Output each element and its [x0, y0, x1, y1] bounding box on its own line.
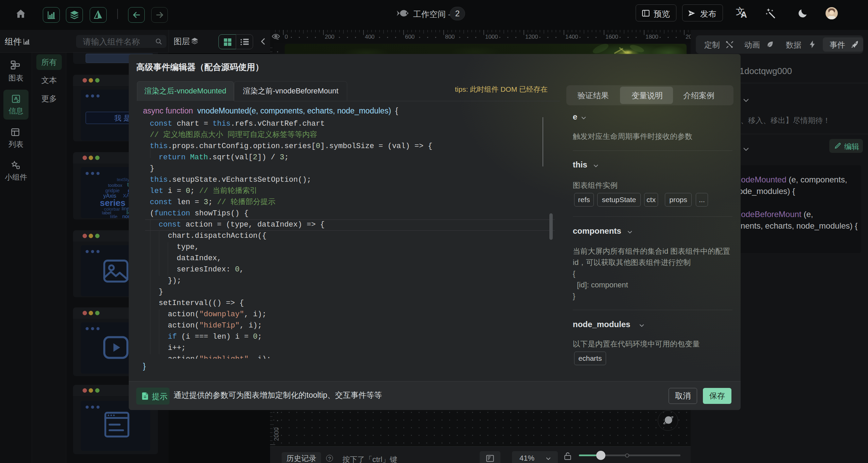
- svg-text:1400: 1400: [565, 34, 578, 40]
- svg-text:600: 600: [405, 34, 414, 40]
- svg-text:800: 800: [445, 34, 455, 40]
- svg-text:200: 200: [325, 34, 334, 40]
- svg-text:1200: 1200: [525, 34, 538, 40]
- svg-text:1600: 1600: [605, 34, 618, 40]
- svg-text:400: 400: [365, 34, 374, 40]
- svg-text:1800: 1800: [645, 34, 658, 40]
- svg-text:2000: 2000: [686, 34, 691, 40]
- svg-text:0: 0: [285, 34, 288, 40]
- svg-text:1000: 1000: [485, 34, 498, 40]
